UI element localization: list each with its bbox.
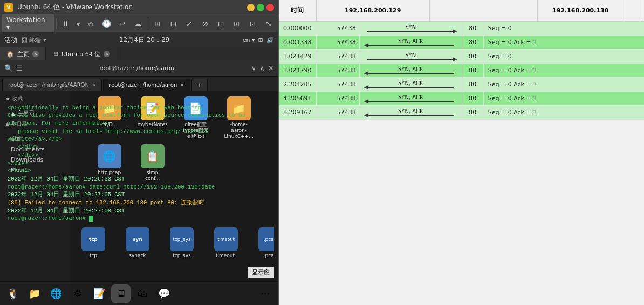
taskbar-editor-icon[interactable]: 📝 <box>90 284 109 303</box>
ubuntu-tab-close[interactable]: ✕ <box>104 51 110 57</box>
ws-flow-diagram: 时间 192.168.200.129 192.168.200.130 注释 0.… <box>279 0 644 305</box>
packet-src: 57438 <box>317 22 360 35</box>
packet-row[interactable]: 8.20916757438SYN, ACK◀80Seq = 0 Ack = 1 <box>279 106 644 120</box>
revert-button[interactable]: ↩ <box>115 16 129 31</box>
packet-flag: SYN, ACK <box>398 95 423 100</box>
terminal-tab-2-close[interactable]: ✕ <box>180 82 184 88</box>
network-icon: ⊞ <box>258 37 263 44</box>
home-tab-close[interactable]: ✕ <box>32 51 39 57</box>
packet-time: 0.000000 <box>279 22 317 35</box>
expand[interactable]: ⤡ <box>261 16 276 31</box>
packet-dst-port: 80 <box>462 36 484 49</box>
taskbar-apps-icon[interactable]: ⋯ <box>256 284 275 303</box>
snapshot-button[interactable]: 🕐 <box>99 16 113 31</box>
terminal-header: 🔍 ☰ root@razer: /home/aaron ∨ ∧ ✕ <box>0 60 278 77</box>
ubuntu-topbar: 活动 囧 终端 ▾ 12月4日 20：29 en ▾ ⊞ 🔊 <box>0 32 278 47</box>
pause-dropdown[interactable]: ▾ <box>74 16 82 31</box>
packet-notes: Seq = 0 Ack = 1 <box>484 92 644 105</box>
datetime-display: 12月4日 20：29 <box>119 36 169 45</box>
terminal-tabs: root@razer: /mnt/hgfs/AARON ✕ root@razer… <box>0 77 278 91</box>
close-button[interactable] <box>266 4 274 11</box>
ws-src-header: 192.168.200.129 <box>317 0 430 21</box>
packet-row[interactable]: 2.20420557438SYN, ACK◀80Seq = 0 Ack = 1 <box>279 78 644 92</box>
taskbar-ubuntu-icon[interactable]: 🐧 <box>3 284 23 303</box>
ubuntu-tab[interactable]: 🖥 Ubuntu 64 位 ✕ <box>46 47 117 60</box>
terminal-title: root@razer: /home/aaron <box>23 65 251 72</box>
packet-row[interactable]: 0.00133857438SYN, ACK◀80Seq = 0 Ack = 1 <box>279 36 644 50</box>
terminal-right-controls: ∨ ∧ ✕ <box>251 64 274 72</box>
packet-time: 2.204205 <box>279 78 317 91</box>
terminal-min-btn[interactable]: ∨ <box>251 64 257 72</box>
wireshark-panel: 时间 192.168.200.129 192.168.200.130 注释 0.… <box>279 0 644 305</box>
ubuntu-activities[interactable]: 活动 <box>4 36 17 45</box>
ws-packet-rows: 0.00000057438SYN▶80Seq = 00.00133857438S… <box>279 22 644 305</box>
packet-notes: Seq = 0 Ack = 1 <box>484 36 644 49</box>
taskbar-store-icon[interactable]: 🛍 <box>133 284 152 303</box>
packet-row[interactable]: 1.02142957438SYN▶80Seq = 0 <box>279 50 644 64</box>
packet-time: 0.001338 <box>279 36 317 49</box>
packet-row[interactable]: 0.00000057438SYN▶80Seq = 0 <box>279 22 644 36</box>
packet-flag: SYN <box>405 53 416 58</box>
tile[interactable]: ⊡ <box>214 16 228 31</box>
ws-notes-header: 注释 <box>640 0 644 21</box>
terminal-content[interactable]: ★ 收藏 ▲ 主目录 ▲ 主目录 卓面 Documents Downloads … <box>0 91 278 305</box>
remove-tab[interactable]: ⊘ <box>198 16 213 31</box>
add-tab[interactable]: ⊞ <box>230 16 244 31</box>
terminal-add-tab[interactable]: + <box>191 79 208 91</box>
share-button[interactable]: ☁ <box>131 16 145 31</box>
vm-tabs: 🏠 主页 ✕ 🖥 Ubuntu 64 位 ✕ <box>0 47 278 60</box>
terminal-app-label[interactable]: 囧 终端 ▾ <box>22 36 46 44</box>
terminal-left-controls: 🔍 ☰ <box>4 64 23 72</box>
pause-button[interactable]: ⏸ <box>59 16 73 31</box>
packet-src: 57438 <box>317 36 360 49</box>
packet-time: 4.205691 <box>279 92 317 105</box>
terminal-tab-1-label: root@razer: /mnt/hgfs/AARON <box>8 82 89 88</box>
packet-row[interactable]: 1.02179057438SYN, ACK◀80Seq = 0 Ack = 1 <box>279 64 644 78</box>
packet-notes: Seq = 0 Ack = 1 <box>484 64 644 77</box>
terminal-max-btn[interactable]: ∧ <box>259 64 265 72</box>
packet-dst-port: 80 <box>462 22 484 35</box>
packet-flag: SYN <box>405 25 416 30</box>
ubuntu-tab-label: Ubuntu 64 位 <box>61 50 100 58</box>
packet-row[interactable]: 4.20569157438SYN, ACK◀80Seq = 0 Ack = 1 <box>279 92 644 106</box>
ubuntu-topbar-left: 活动 囧 终端 ▾ <box>4 36 46 45</box>
maximize-button[interactable] <box>257 4 264 11</box>
packet-arrow-area: SYN, ACK◀ <box>360 36 462 49</box>
taskbar-settings-icon[interactable]: ⚙ <box>68 284 87 303</box>
terminal-tab-2-label: root@razer: /home/aaron <box>109 82 177 88</box>
packet-flag: SYN, ACK <box>398 67 423 72</box>
packet-arrow-area: SYN, ACK◀ <box>360 78 462 91</box>
locale-btn[interactable]: en ▾ <box>243 37 255 44</box>
taskbar-browser-icon[interactable]: 🌐 <box>46 284 66 303</box>
home-icon: 🏠 <box>6 51 14 58</box>
ws-header: 时间 192.168.200.129 192.168.200.130 注释 <box>279 0 644 22</box>
ws-dst-header: 192.168.200.130 <box>538 0 624 21</box>
arrange[interactable]: ⊡ <box>245 16 260 31</box>
taskbar-chat-icon[interactable]: 💬 <box>154 284 174 303</box>
display-btn[interactable]: 显示应 <box>248 267 274 278</box>
home-tab[interactable]: 🏠 主页 ✕ <box>0 47 46 60</box>
taskbar-files-icon[interactable]: 📁 <box>25 284 44 303</box>
vmware-icon: V <box>4 3 13 12</box>
terminal-tab-1[interactable]: root@razer: /mnt/hgfs/AARON ✕ <box>2 79 102 91</box>
ubuntu-tab-icon: 🖥 <box>52 51 58 58</box>
terminal-tab-2[interactable]: root@razer: /home/aaron ✕ <box>103 79 190 91</box>
fullscreen[interactable]: ⤢ <box>182 16 196 31</box>
window-controls <box>247 4 274 11</box>
split-horiz[interactable]: ⊞ <box>150 16 165 31</box>
menu-workstation[interactable]: Workstation ▾ <box>2 14 54 33</box>
packet-notes: Seq = 0 <box>484 22 644 35</box>
terminal-window: 🔍 ☰ root@razer: /home/aaron ∨ ∧ ✕ root@r… <box>0 60 278 305</box>
packet-dst-port: 80 <box>462 106 484 119</box>
terminal-close-btn[interactable]: ✕ <box>268 64 274 72</box>
terminal-menu-btn[interactable]: ☰ <box>16 64 23 72</box>
split-vert[interactable]: ⊟ <box>166 16 181 31</box>
send-ctrl-alt-del[interactable]: ⎋ <box>83 16 98 31</box>
taskbar-terminal-icon[interactable]: 🖥 <box>111 284 131 303</box>
ws-flow-header <box>430 0 538 21</box>
packet-arrow-area: SYN, ACK◀ <box>360 106 462 119</box>
minimize-button[interactable] <box>247 4 255 11</box>
terminal-search-btn[interactable]: 🔍 <box>4 64 13 72</box>
terminal-tab-1-close[interactable]: ✕ <box>92 82 96 88</box>
packet-src: 57438 <box>317 50 360 63</box>
